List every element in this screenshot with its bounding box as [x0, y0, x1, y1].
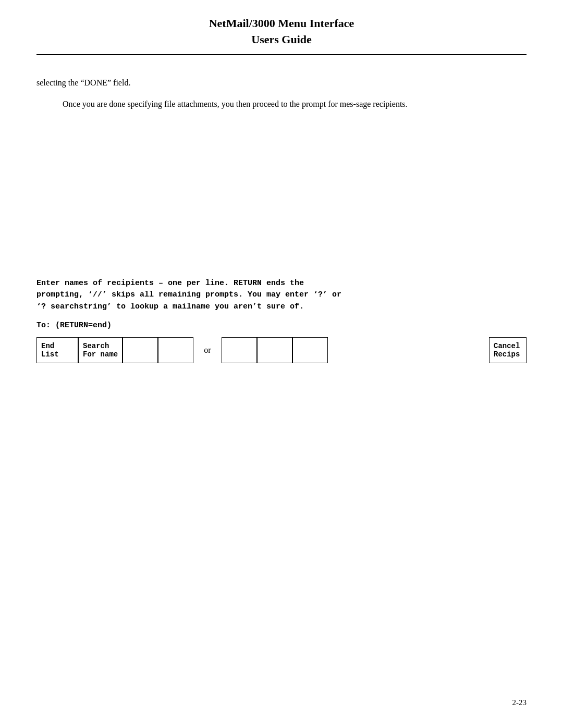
terminal-instruction: Enter names of recipients – one per line… — [36, 278, 527, 313]
page-header: NetMail/3000 Menu Interface Users Guide — [36, 0, 527, 55]
page-container: NetMail/3000 Menu Interface Users Guide … — [0, 0, 563, 728]
empty-button-2 — [158, 337, 193, 363]
end-list-button[interactable]: End List — [36, 337, 78, 363]
to-prompt: To: (RETURN=end) — [36, 321, 527, 330]
search-for-name-button[interactable]: Search For name — [78, 337, 123, 363]
spacer — [328, 337, 489, 363]
body-para1: selecting the “DONE” field. — [36, 76, 527, 90]
left-button-group: End List Search For name — [36, 337, 193, 363]
header-title-line1: NetMail/3000 Menu Interface Users Guide — [36, 16, 527, 48]
body-para2: Once you are done specifying file attach… — [36, 97, 527, 111]
button-row: End List Search For name or — [36, 337, 527, 363]
empty-button-5 — [292, 337, 328, 363]
cancel-recips-button[interactable]: Cancel Recips — [489, 337, 527, 363]
right-empty-group — [222, 337, 328, 363]
page-number: 2-23 — [512, 698, 527, 707]
empty-button-1 — [123, 337, 158, 363]
empty-button-4 — [257, 337, 292, 363]
or-connector: or — [193, 337, 221, 363]
empty-button-3 — [222, 337, 257, 363]
terminal-section: Enter names of recipients – one per line… — [36, 278, 527, 364]
